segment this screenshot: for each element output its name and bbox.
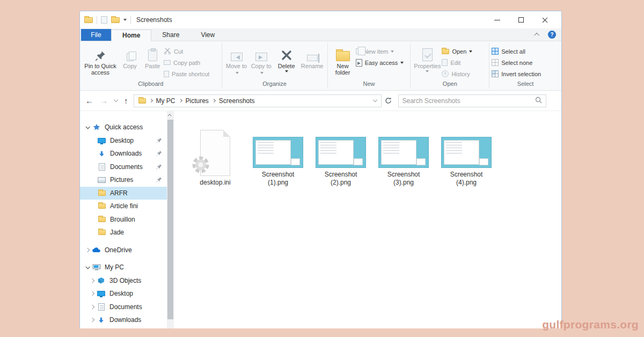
folder-icon xyxy=(97,191,107,196)
scrollbar-thumb[interactable] xyxy=(167,120,173,319)
sidebar-item-pc-documents[interactable]: Documents xyxy=(80,301,167,314)
chevron-down-icon[interactable] xyxy=(83,266,91,269)
sidebar-item-quick-access[interactable]: Quick access xyxy=(80,121,167,134)
chevron-right-icon[interactable] xyxy=(88,318,96,321)
sidebar-item-desktop[interactable]: Desktop xyxy=(80,134,167,148)
select-none-button[interactable]: Select none xyxy=(492,57,541,68)
sidebar-item-arfr[interactable]: ARFR xyxy=(80,187,167,200)
sidebar-item-article-fini[interactable]: Article fini xyxy=(80,200,167,213)
sidebar-item-pictures[interactable]: Pictures xyxy=(80,173,167,187)
pin-to-quick-access-button[interactable]: Pin to Quick access xyxy=(82,44,119,77)
tab-home[interactable]: Home xyxy=(111,30,151,41)
tab-view[interactable]: View xyxy=(190,29,225,41)
breadcrumb-chevron-icon[interactable] xyxy=(178,99,182,102)
file-item-screenshot-4[interactable]: Screenshot (4).png xyxy=(440,116,493,187)
file-list-area[interactable]: desktop.ini Screenshot (1).png xyxy=(174,111,561,328)
copy-path-icon xyxy=(164,60,171,65)
search-input[interactable] xyxy=(402,97,535,105)
select-small-buttons: Select all Select none Invert selection xyxy=(492,44,541,79)
paste-shortcut-button[interactable]: Paste shortcut xyxy=(164,68,209,79)
help-icon[interactable] xyxy=(548,31,556,39)
chevron-right-icon[interactable] xyxy=(88,292,96,295)
copy-button[interactable]: Copy xyxy=(119,44,141,70)
button-label: Delete xyxy=(278,63,295,69)
back-icon[interactable]: ← xyxy=(85,97,93,105)
invert-selection-button[interactable]: Invert selection xyxy=(492,68,541,79)
window-controls xyxy=(494,17,557,23)
scrollbar-up-arrow-icon[interactable] xyxy=(167,111,174,119)
paste-button[interactable]: Paste xyxy=(141,44,164,70)
onedrive-cloud-icon xyxy=(91,247,101,253)
button-label: Copy to xyxy=(250,63,273,76)
maximize-icon[interactable] xyxy=(518,17,524,23)
file-item-screenshot-2[interactable]: Screenshot (2).png xyxy=(314,116,367,187)
chevron-right-icon[interactable] xyxy=(88,279,96,282)
sidebar-item-my-pc[interactable]: My PC xyxy=(80,261,167,274)
forward-icon[interactable]: → xyxy=(100,97,108,105)
gear-icon xyxy=(190,154,211,178)
select-all-button[interactable]: Select all xyxy=(492,46,541,57)
new-folder-icon xyxy=(336,45,350,61)
properties-button[interactable]: Properties xyxy=(413,44,442,74)
recent-locations-caret-icon[interactable] xyxy=(114,97,118,101)
tab-share[interactable]: Share xyxy=(151,29,190,41)
refresh-icon[interactable] xyxy=(385,97,392,104)
address-dropdown-caret-icon[interactable] xyxy=(372,97,377,101)
sidebar-item-brouillon[interactable]: Brouillon xyxy=(80,213,167,226)
chevron-right-icon[interactable] xyxy=(88,305,96,309)
address-bar[interactable]: My PC Pictures Screenshots xyxy=(134,94,382,107)
tab-file[interactable]: File xyxy=(81,29,111,41)
sidebar-item-pc-downloads[interactable]: Downloads xyxy=(80,313,167,327)
copy-path-button[interactable]: Copy path xyxy=(164,57,209,68)
move-to-button[interactable]: Move to xyxy=(224,44,249,77)
breadcrumb-my-pc[interactable]: My PC xyxy=(156,97,175,105)
copy-to-button[interactable]: Copy to xyxy=(249,44,274,77)
button-label: Pin to Quick access xyxy=(83,63,118,76)
button-label: History xyxy=(451,71,470,77)
delete-button[interactable]: Delete xyxy=(274,44,299,74)
properties-qat-icon[interactable] xyxy=(101,16,107,24)
customize-qat-caret-icon[interactable] xyxy=(123,19,127,21)
minimize-icon[interactable] xyxy=(494,20,500,20)
open-caret-icon xyxy=(469,50,472,53)
file-icon xyxy=(441,116,492,168)
new-folder-qat-icon[interactable] xyxy=(111,17,120,23)
sidebar-item-3d-objects[interactable]: 3D Objects xyxy=(80,274,167,288)
sidebar-item-documents[interactable]: Documents xyxy=(80,160,167,174)
new-item-button[interactable]: New item xyxy=(356,46,404,57)
edit-icon xyxy=(442,59,448,66)
chevron-right-icon[interactable] xyxy=(83,248,91,252)
edit-button[interactable]: Edit xyxy=(442,57,472,68)
file-item-desktop-ini[interactable]: desktop.ini xyxy=(189,124,241,187)
image-thumbnail xyxy=(378,137,429,168)
cut-button[interactable]: Cut xyxy=(164,46,209,57)
history-button[interactable]: History xyxy=(442,68,472,79)
sidebar-scrollbar[interactable] xyxy=(167,111,174,328)
chevron-down-icon[interactable] xyxy=(83,126,91,129)
collapse-ribbon-icon[interactable] xyxy=(534,33,539,38)
breadcrumb-chevron-icon[interactable] xyxy=(149,99,152,102)
close-icon[interactable] xyxy=(542,17,548,23)
sidebar-item-pc-music[interactable]: Music xyxy=(80,327,167,329)
up-icon[interactable]: ↑ xyxy=(124,97,128,105)
breadcrumb-chevron-icon[interactable] xyxy=(212,99,216,102)
file-item-screenshot-1[interactable]: Screenshot (1).png xyxy=(252,116,304,187)
rename-button[interactable]: Rename xyxy=(299,44,325,70)
new-folder-button[interactable]: New folder xyxy=(330,44,356,77)
button-label: Easy access xyxy=(365,60,398,66)
file-item-screenshot-3[interactable]: Screenshot (3).png xyxy=(377,116,430,187)
easy-access-button[interactable]: Easy access xyxy=(356,57,404,68)
sidebar-item-onedrive[interactable]: OneDrive xyxy=(80,244,167,257)
file-icon xyxy=(316,116,366,168)
button-label: New item xyxy=(364,48,389,55)
open-button[interactable]: Open xyxy=(442,46,472,57)
file-label-line2: (3).png xyxy=(387,179,420,187)
breadcrumb-pictures[interactable]: Pictures xyxy=(186,97,209,105)
sidebar-item-downloads[interactable]: Downloads xyxy=(80,147,167,160)
sidebar-item-jade[interactable]: Jade xyxy=(80,226,167,239)
ini-file-sheet-icon xyxy=(200,130,230,176)
search-icon[interactable] xyxy=(535,96,542,106)
breadcrumb-screenshots[interactable]: Screenshots xyxy=(219,97,255,105)
select-all-icon xyxy=(492,48,499,55)
sidebar-item-pc-desktop[interactable]: Desktop xyxy=(80,287,167,301)
